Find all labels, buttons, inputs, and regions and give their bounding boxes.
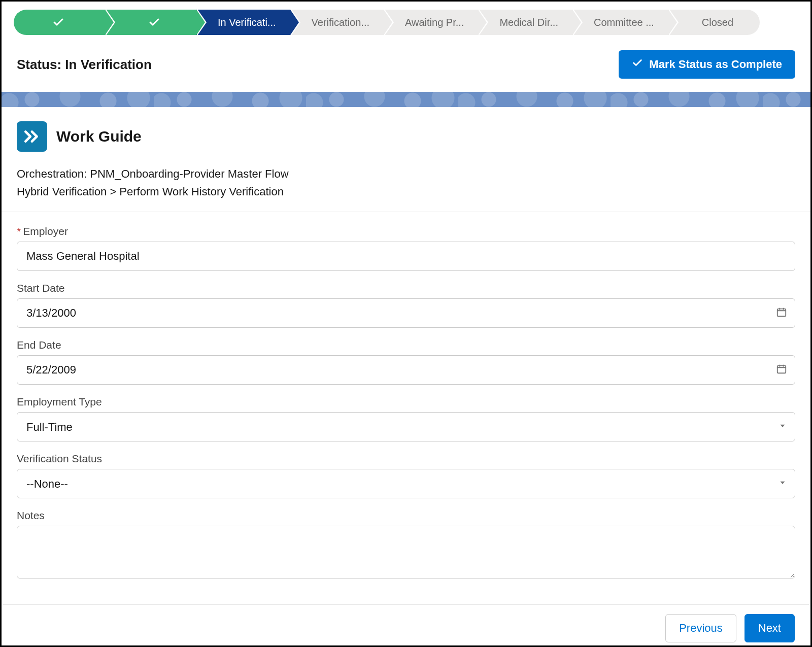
decorative-band: [2, 92, 810, 107]
status-path-bar: In Verificati... Verification... Awaitin…: [2, 2, 810, 44]
field-start-date: Start Date: [17, 282, 795, 328]
check-icon: [632, 57, 643, 72]
work-guide-header: Work Guide: [2, 107, 810, 158]
orchestration-info: Orchestration: PNM_Onboarding-Provider M…: [2, 158, 810, 212]
verification-status-select[interactable]: --None--: [17, 469, 795, 498]
path-step-1[interactable]: [14, 10, 105, 35]
field-employment-type: Employment Type Full-Time: [17, 396, 795, 441]
path-step-5[interactable]: Awaiting Pr...: [384, 10, 478, 35]
work-history-form: *Employer Start Date End Date Employm: [2, 212, 810, 591]
svg-rect-0: [777, 309, 786, 317]
path-step-8[interactable]: Closed: [668, 10, 760, 35]
path-step-label: Medical Dir...: [499, 17, 558, 28]
check-icon: [52, 16, 65, 29]
field-notes: Notes: [17, 509, 795, 581]
chevron-down-icon: [778, 478, 787, 489]
required-star: *: [17, 225, 21, 237]
verification-status-label: Verification Status: [17, 453, 795, 465]
end-date-label: End Date: [17, 339, 795, 351]
work-guide-icon: [17, 121, 47, 152]
next-button[interactable]: Next: [745, 614, 795, 642]
work-guide-title: Work Guide: [56, 128, 142, 145]
calendar-icon[interactable]: [776, 307, 787, 320]
orchestration-line: Orchestration: PNM_Onboarding-Provider M…: [17, 165, 795, 183]
path-step-label: Awaiting Pr...: [405, 17, 464, 28]
employer-input[interactable]: [17, 242, 795, 271]
path-step-label: In Verificati...: [218, 17, 276, 28]
field-end-date: End Date: [17, 339, 795, 385]
status-label: Status: In Verification: [17, 57, 152, 73]
field-employer: *Employer: [17, 225, 795, 271]
path-step-label: Committee ...: [594, 17, 654, 28]
path-step-label: Verification...: [312, 17, 370, 28]
path-step-4[interactable]: Verification...: [290, 10, 384, 35]
employment-type-select[interactable]: Full-Time: [17, 412, 795, 441]
employer-label: *Employer: [17, 225, 795, 237]
notes-label: Notes: [17, 509, 795, 522]
path-step-label: Closed: [702, 17, 733, 28]
previous-button[interactable]: Previous: [665, 614, 736, 642]
calendar-icon[interactable]: [776, 363, 787, 377]
path-step-6[interactable]: Medical Dir...: [478, 10, 572, 35]
path-step-2[interactable]: [105, 10, 196, 35]
employment-type-label: Employment Type: [17, 396, 795, 408]
start-date-input[interactable]: [17, 298, 795, 328]
field-verification-status: Verification Status --None--: [17, 453, 795, 498]
end-date-input[interactable]: [17, 355, 795, 385]
svg-rect-1: [777, 366, 786, 373]
check-icon: [148, 16, 161, 29]
start-date-label: Start Date: [17, 282, 795, 294]
mark-status-complete-button[interactable]: Mark Status as Complete: [619, 50, 795, 79]
status-row: Status: In Verification Mark Status as C…: [2, 44, 810, 92]
mark-complete-label: Mark Status as Complete: [649, 58, 782, 71]
notes-textarea[interactable]: [17, 526, 795, 578]
chevron-down-icon: [778, 421, 787, 432]
path-step-7[interactable]: Committee ...: [572, 10, 668, 35]
path-step-3[interactable]: In Verificati...: [196, 10, 290, 35]
breadcrumb-line: Hybrid Verification > Perform Work Histo…: [17, 183, 795, 200]
footer-bar: Previous Next: [3, 604, 809, 644]
